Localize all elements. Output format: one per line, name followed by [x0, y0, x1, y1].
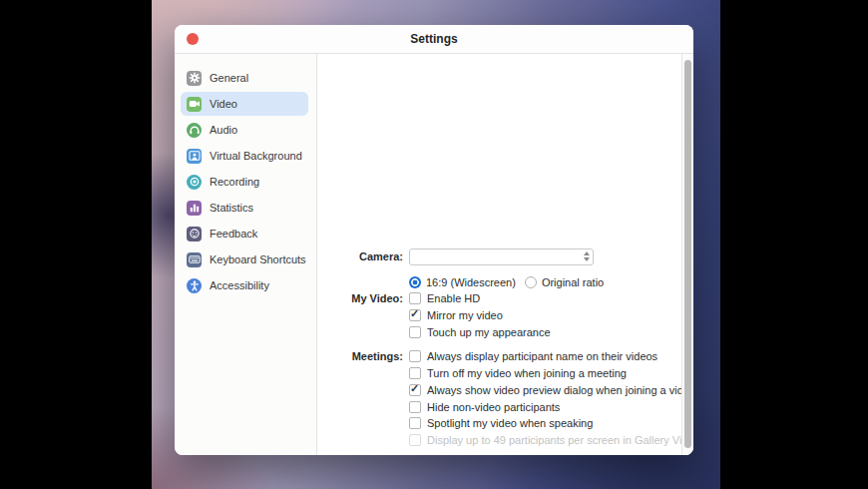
video-settings-form: Camera:16:9 (Widescreen)Original ratioMy… [317, 54, 681, 455]
sidebar-item-label: Recording [210, 176, 259, 188]
sidebar-item-label: Keyboard Shortcuts [210, 253, 306, 265]
sidebar-item-keyboard-shortcuts[interactable]: Keyboard Shortcuts [181, 247, 308, 271]
sidebar-item-label: General [210, 72, 248, 84]
checkbox-label: Display up to 49 participants per screen… [427, 434, 693, 446]
sidebar-item-virtual-background[interactable]: Virtual Background [181, 144, 308, 168]
window-titlebar: Settings [175, 25, 693, 54]
bar-chart-icon [187, 201, 202, 216]
checkbox-label: Turn off my video when joining a meeting [427, 367, 627, 379]
sidebar-item-recording[interactable]: Recording [181, 170, 308, 194]
sidebar: GeneralVideoAudioVirtual BackgroundRecor… [175, 54, 317, 455]
checkbox-mirror-my-video[interactable] [409, 309, 421, 321]
field-label: My Video: [317, 292, 403, 304]
checkbox-label: Always show video preview dialog when jo… [427, 384, 693, 396]
smiley-icon [187, 227, 202, 242]
sidebar-item-label: Video [210, 98, 237, 110]
sidebar-item-label: Accessibility [210, 279, 269, 291]
checkbox-display-up-to-49-participants-per-screen-in-gallery-view [409, 434, 421, 446]
sidebar-item-audio[interactable]: Audio [181, 118, 308, 142]
virtual-background-icon [187, 149, 202, 164]
accessibility-icon [187, 278, 202, 293]
checkbox-spotlight-my-video-when-speaking[interactable] [409, 417, 421, 429]
checkbox-label: Hide non-video participants [427, 401, 560, 413]
sidebar-item-label: Virtual Background [210, 150, 302, 162]
checkbox-always-display-participant-name-on-their-videos[interactable] [409, 350, 421, 362]
scrollbar-thumb[interactable] [684, 60, 691, 448]
checkbox-always-show-video-preview-dialog-when-joining-a-video-meeting[interactable] [409, 384, 421, 396]
radio-label: Original ratio [542, 276, 604, 288]
camera-label: Camera: [317, 250, 403, 262]
field-label: Meetings: [317, 350, 403, 362]
camera-select[interactable] [409, 248, 594, 265]
sidebar-item-label: Statistics [210, 202, 253, 214]
radio-label: 16:9 (Widescreen) [426, 276, 516, 288]
checkbox-label: Enable HD [427, 292, 480, 304]
radio-original-ratio[interactable] [525, 276, 537, 288]
sidebar-item-general[interactable]: General [181, 66, 308, 90]
record-icon [187, 175, 202, 190]
keyboard-icon [187, 252, 202, 267]
sidebar-item-video[interactable]: Video [181, 92, 308, 116]
select-stepper-icon [584, 250, 590, 263]
video-camera-icon [187, 97, 202, 112]
screen: Settings GeneralVideoAudioVirtual Backgr… [0, 0, 868, 489]
close-button[interactable] [187, 33, 199, 45]
sidebar-item-accessibility[interactable]: Accessibility [181, 273, 308, 297]
scrollbar[interactable] [681, 54, 693, 455]
radio-16-9-widescreen-[interactable] [409, 276, 421, 288]
sidebar-item-label: Audio [210, 124, 237, 136]
checkbox-touch-up-my-appearance[interactable] [409, 326, 421, 338]
sidebar-item-feedback[interactable]: Feedback [181, 222, 308, 245]
checkbox-enable-hd[interactable] [409, 292, 421, 304]
content-pane: Camera:16:9 (Widescreen)Original ratioMy… [317, 54, 693, 455]
window-title: Settings [410, 32, 457, 46]
checkbox-label: Mirror my video [427, 309, 503, 321]
sidebar-item-statistics[interactable]: Statistics [181, 196, 308, 220]
checkbox-hide-non-video-participants[interactable] [409, 401, 421, 413]
headphones-icon [187, 123, 202, 138]
settings-window: Settings GeneralVideoAudioVirtual Backgr… [175, 25, 693, 455]
sidebar-item-label: Feedback [210, 228, 257, 240]
checkbox-label: Spotlight my video when speaking [427, 417, 593, 429]
checkbox-label: Touch up my appearance [427, 326, 551, 338]
checkbox-turn-off-my-video-when-joining-a-meeting[interactable] [409, 367, 421, 379]
gear-icon [187, 71, 202, 86]
checkbox-label: Always display participant name on their… [427, 350, 657, 362]
